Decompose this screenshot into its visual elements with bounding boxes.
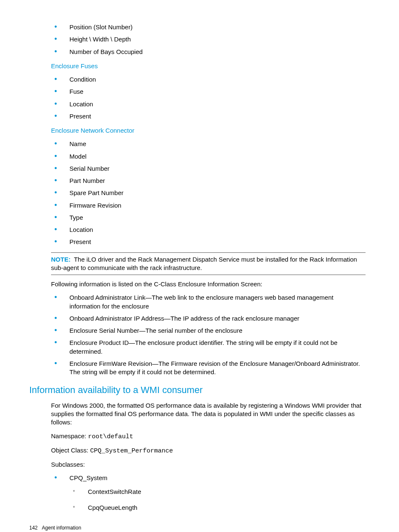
note-text: The iLO driver and the Rack Management D… bbox=[51, 256, 357, 271]
sub-list-item: ContextSwitchRate bbox=[69, 488, 366, 496]
list-item: Enclosure Product ID—The enclosure produ… bbox=[51, 339, 366, 356]
namespace-line: Namespace: root\default bbox=[51, 432, 366, 441]
list-item: CPQ_System ContextSwitchRate CpqQueueLen… bbox=[51, 474, 366, 512]
list-cclass: Onboard Administrator Link—The web link … bbox=[29, 293, 366, 376]
section-heading-wmi: Information availability to a WMI consum… bbox=[29, 384, 366, 396]
list-item: Part Number bbox=[51, 177, 366, 185]
list-network: Name Model Serial Number Part Number Spa… bbox=[29, 140, 366, 246]
list-item: Location bbox=[51, 100, 366, 108]
namespace-value: root\default bbox=[88, 433, 133, 440]
heading-enclosure-network: Enclosure Network Connector bbox=[51, 126, 366, 135]
heading-enclosure-fuses: Enclosure Fuses bbox=[51, 62, 366, 70]
list-item: Enclosure Serial Number—The serial numbe… bbox=[51, 326, 366, 335]
list-item: Model bbox=[51, 152, 366, 161]
list-item: Position (Slot Number) bbox=[51, 23, 366, 31]
objclass-value: CPQ_System_Performance bbox=[90, 447, 173, 455]
namespace-label: Namespace: bbox=[51, 432, 88, 439]
objclass-label: Object Class: bbox=[51, 447, 90, 454]
para-following: Following information is listed on the C… bbox=[51, 280, 366, 288]
sub-list-item: CpqQueueLength bbox=[69, 504, 366, 512]
list-position: Position (Slot Number) Height \ Width \ … bbox=[29, 23, 366, 56]
list-item: Number of Bays Occupied bbox=[51, 48, 366, 56]
subclass-main: CPQ_System bbox=[69, 474, 107, 481]
list-item: Height \ Width \ Depth bbox=[51, 35, 366, 44]
list-item: Present bbox=[51, 238, 366, 246]
footer-title: Agent information bbox=[42, 525, 81, 531]
list-item: Spare Part Number bbox=[51, 189, 366, 197]
list-item: Present bbox=[51, 112, 366, 121]
footer: 142Agent information bbox=[29, 524, 366, 531]
list-item: Location bbox=[51, 226, 366, 234]
note-block: NOTE:The iLO driver and the Rack Managem… bbox=[51, 252, 366, 275]
list-item: Firmware Revision bbox=[51, 201, 366, 210]
page-number: 142 bbox=[29, 525, 38, 531]
list-item: Onboard Administrator Link—The web link … bbox=[51, 293, 366, 311]
note-label: NOTE: bbox=[51, 256, 71, 263]
list-item: Serial Number bbox=[51, 164, 366, 173]
list-subclasses: CPQ_System ContextSwitchRate CpqQueueLen… bbox=[29, 474, 366, 512]
list-fuses: Condition Fuse Location Present bbox=[29, 75, 366, 121]
list-item: Enclosure FirmWare Revision—The Firmware… bbox=[51, 360, 366, 377]
subclasses-label: Subclasses: bbox=[51, 460, 366, 469]
para-windows: For Windows 2000, the formatted OS perfo… bbox=[51, 401, 366, 427]
sub-list: ContextSwitchRate CpqQueueLength bbox=[69, 488, 366, 512]
list-item: Type bbox=[51, 213, 366, 222]
list-item: Condition bbox=[51, 75, 366, 84]
objclass-line: Object Class: CPQ_System_Performance bbox=[51, 446, 366, 455]
list-item: Fuse bbox=[51, 87, 366, 96]
list-item: Onboard Administrator IP Address—The IP … bbox=[51, 314, 366, 323]
list-item: Name bbox=[51, 140, 366, 148]
